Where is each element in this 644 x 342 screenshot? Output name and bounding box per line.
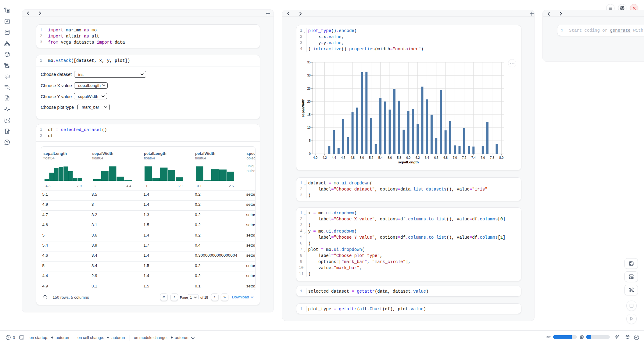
svg-text:30: 30	[307, 73, 311, 77]
svg-text:4.0: 4.0	[313, 156, 317, 159]
svg-text:4.2: 4.2	[323, 156, 327, 159]
svg-text:5.4: 5.4	[378, 156, 383, 159]
svg-text:7.4: 7.4	[471, 156, 476, 159]
svg-text:5.6: 5.6	[388, 156, 392, 159]
svg-text:4.6: 4.6	[341, 156, 345, 159]
svg-text:6.2: 6.2	[416, 156, 420, 159]
svg-text:8.0: 8.0	[499, 156, 503, 159]
svg-text:sepalWidth: sepalWidth	[301, 98, 305, 117]
svg-text:7.2: 7.2	[462, 156, 466, 159]
svg-text:5.0: 5.0	[360, 156, 364, 159]
svg-text:7.8: 7.8	[490, 156, 494, 159]
svg-text:6.8: 6.8	[443, 156, 448, 159]
svg-text:35: 35	[307, 60, 311, 64]
svg-text:7.6: 7.6	[481, 156, 485, 159]
svg-text:5.8: 5.8	[397, 156, 401, 159]
svg-text:10: 10	[307, 126, 311, 129]
svg-text:5: 5	[309, 139, 311, 142]
svg-text:6.4: 6.4	[425, 156, 429, 159]
svg-text:4.4: 4.4	[332, 156, 336, 159]
svg-text:6.0: 6.0	[406, 156, 410, 159]
svg-text:25: 25	[307, 87, 311, 90]
svg-text:4.8: 4.8	[350, 156, 355, 159]
svg-text:sepalLength: sepalLength	[398, 160, 419, 164]
svg-text:0: 0	[309, 152, 311, 155]
svg-text:6.6: 6.6	[434, 156, 438, 159]
svg-text:20: 20	[307, 100, 311, 103]
svg-text:15: 15	[307, 113, 311, 116]
svg-text:5.2: 5.2	[369, 156, 373, 159]
svg-text:7.0: 7.0	[453, 156, 457, 159]
